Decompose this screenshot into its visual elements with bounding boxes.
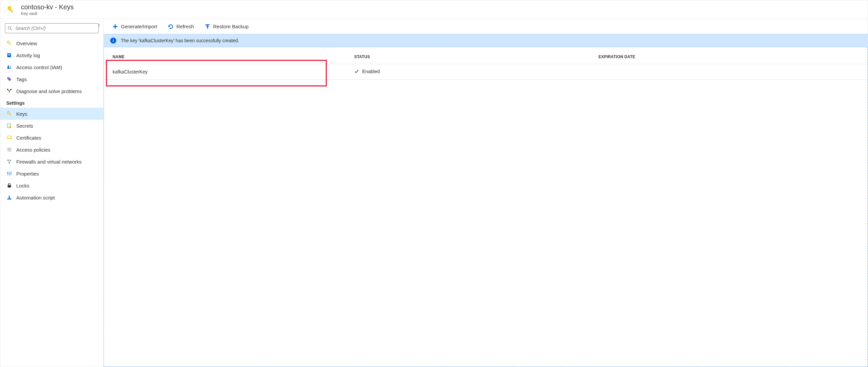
svg-rect-10 [8, 54, 10, 55]
sidebar-item-keys[interactable]: Keys [0, 108, 103, 120]
sidebar-item-activity-log[interactable]: Activity log [0, 49, 103, 61]
key-icon [6, 111, 12, 117]
page-subtitle: Key vault [21, 11, 74, 16]
col-header-expiration[interactable]: EXPIRATION DATE [592, 51, 867, 64]
header-text-block: contoso-kv - Keys Key vault [21, 3, 74, 16]
refresh-icon [168, 24, 174, 30]
search-box [5, 23, 99, 33]
sidebar-item-label: Tags [16, 77, 27, 82]
svg-point-4 [8, 27, 11, 29]
svg-point-36 [9, 174, 10, 175]
svg-point-16 [8, 78, 9, 79]
nav: Overview Activity log Access control (IA… [0, 35, 103, 203]
restore-backup-button[interactable]: Restore Backup [203, 22, 251, 31]
svg-point-12 [8, 65, 9, 67]
sidebar-item-label: Diagnose and solve problems [16, 88, 82, 94]
svg-line-5 [11, 29, 12, 30]
sidebar-item-label: Certificates [16, 135, 41, 141]
svg-point-37 [11, 172, 11, 173]
book-icon [6, 52, 12, 58]
download-icon [6, 195, 12, 200]
svg-point-25 [10, 138, 11, 139]
sidebar-item-automation-script[interactable]: Automation script [0, 192, 103, 203]
sidebar-item-label: Locks [16, 183, 29, 189]
sidebar-item-secrets[interactable]: Secrets [0, 120, 103, 132]
svg-point-18 [11, 89, 11, 90]
svg-point-1 [9, 7, 10, 9]
cell-status: Enabled [348, 64, 593, 80]
network-icon [6, 159, 12, 165]
sidebar-item-label: Properties [16, 171, 39, 176]
sidebar-item-label: Keys [16, 111, 27, 117]
cell-name: kafkaClusterKey [104, 64, 348, 80]
sidebar-item-tags[interactable]: Tags [0, 73, 103, 85]
sidebar-item-label: Firewalls and virtual networks [16, 159, 82, 165]
col-header-name[interactable]: NAME [104, 51, 348, 64]
toolbar-label: Restore Backup [213, 24, 249, 29]
refresh-button[interactable]: Refresh [166, 22, 196, 31]
sidebar-item-label: Activity log [16, 53, 40, 58]
sidebar-item-locks[interactable]: Locks [0, 179, 103, 192]
status-text: Enabled [362, 69, 380, 74]
sidebar-item-overview[interactable]: Overview [0, 37, 103, 49]
col-header-status[interactable]: STATUS [348, 51, 593, 64]
sidebar-item-firewalls[interactable]: Firewalls and virtual networks [0, 156, 103, 168]
svg-rect-15 [10, 67, 11, 69]
sidebar-item-properties[interactable]: Properties [0, 168, 103, 179]
svg-point-35 [7, 172, 8, 173]
svg-rect-13 [7, 67, 9, 69]
search-icon [8, 26, 12, 31]
success-notification: i The key 'kafkaClusterKey' has been suc… [103, 34, 868, 47]
list-icon [6, 147, 12, 152]
sidebar-item-diagnose[interactable]: Diagnose and solve problems [0, 85, 103, 97]
upload-icon [205, 24, 211, 30]
sidebar-item-label: Access policies [16, 147, 51, 152]
search-wrap [0, 23, 103, 35]
sliders-icon [6, 171, 12, 176]
sidebar-item-label: Automation script [16, 195, 55, 200]
main-content: Generate/Import Refresh Restore Backup i… [103, 19, 868, 367]
svg-rect-38 [8, 185, 11, 188]
table-container: NAME STATUS EXPIRATION DATE kafkaCluster… [103, 47, 868, 367]
sidebar-group-settings: Settings [0, 97, 103, 108]
notification-message: The key 'kafkaClusterKey' has been succe… [121, 38, 239, 43]
sidebar-item-access-control[interactable]: Access control (IAM) [0, 61, 103, 73]
toolbar-label: Refresh [176, 24, 194, 29]
certificate-icon [6, 135, 12, 141]
tools-icon [6, 88, 12, 94]
svg-rect-23 [9, 126, 11, 127]
key-icon [6, 40, 12, 46]
sidebar-item-certificates[interactable]: Certificates [0, 132, 103, 144]
page-title: contoso-kv - Keys [21, 3, 74, 11]
page-header: contoso-kv - Keys Key vault [0, 0, 868, 19]
info-icon: i [110, 37, 116, 44]
lock-icon [6, 182, 12, 189]
page-body: « Overview Activity l [0, 19, 868, 367]
people-icon [6, 64, 12, 70]
svg-point-14 [10, 66, 11, 67]
keys-table: NAME STATUS EXPIRATION DATE kafkaCluster… [104, 51, 867, 80]
generate-import-button[interactable]: Generate/Import [110, 22, 159, 31]
plus-icon [112, 24, 118, 30]
sidebar-item-access-policies[interactable]: Access policies [0, 144, 103, 156]
svg-rect-39 [7, 198, 11, 199]
key-vault-icon [5, 4, 17, 16]
sidebar-item-label: Access control (IAM) [16, 64, 62, 70]
svg-rect-11 [8, 55, 10, 56]
tag-icon [6, 76, 12, 82]
check-icon [354, 69, 359, 74]
toolbar-label: Generate/Import [121, 24, 157, 29]
search-input[interactable] [5, 23, 99, 33]
secret-icon [6, 123, 12, 129]
table-row[interactable]: kafkaClusterKey Enabled [104, 64, 867, 80]
sidebar: « Overview Activity l [0, 19, 103, 367]
app-root: contoso-kv - Keys Key vault « Overview [0, 0, 868, 367]
sidebar-item-label: Secrets [16, 123, 33, 129]
sidebar-item-label: Overview [16, 40, 37, 46]
toolbar: Generate/Import Refresh Restore Backup [103, 19, 868, 34]
svg-point-17 [7, 89, 8, 90]
cell-expiration [592, 64, 867, 80]
